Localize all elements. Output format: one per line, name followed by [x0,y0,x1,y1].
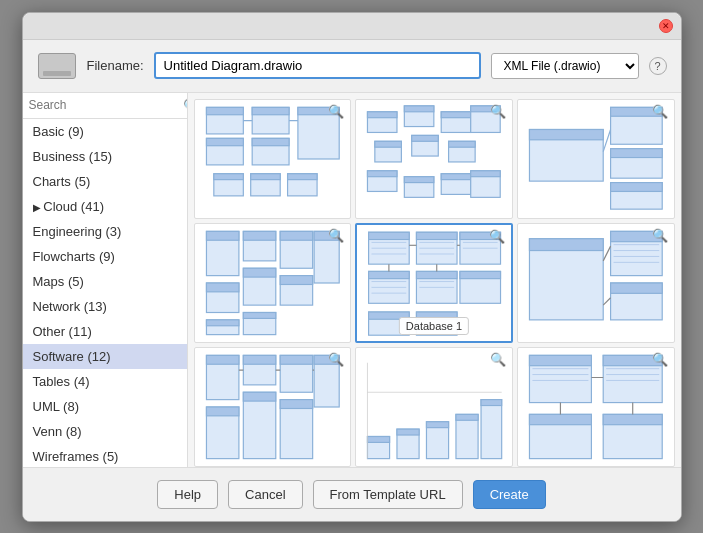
svg-rect-138 [481,399,502,405]
svg-rect-17 [287,173,317,179]
svg-rect-117 [280,355,312,364]
svg-rect-93 [460,271,501,278]
svg-line-48 [603,129,610,151]
template-cell-6[interactable]: 🔍 [517,223,675,343]
svg-rect-23 [441,111,471,117]
svg-rect-3 [206,138,243,145]
template-diagram-8 [356,348,512,466]
template-diagram-3 [518,100,674,218]
category-item-other[interactable]: Other (11) [23,319,187,344]
zoom-icon-1: 🔍 [328,104,344,119]
zoom-icon-3: 🔍 [652,104,668,119]
svg-rect-52 [243,231,275,240]
category-item-business[interactable]: Business (15) [23,144,187,169]
template-cell-9[interactable]: 🔍 [517,347,675,467]
filetype-select[interactable]: XML File (.drawio) SVG File (.svg) PNG F… [491,53,639,79]
category-item-venn[interactable]: Venn (8) [23,419,187,444]
svg-rect-137 [481,399,502,458]
svg-rect-31 [449,141,476,147]
svg-rect-60 [243,268,275,277]
svg-rect-19 [368,111,398,117]
svg-rect-39 [471,170,501,176]
content-area: 🔍 Basic (9) Business (15) Charts (5) Clo… [23,93,681,467]
svg-rect-135 [456,414,478,458]
disk-icon [37,50,77,82]
svg-rect-15 [250,173,280,179]
footer: Help Cancel From Template URL Create [23,467,681,521]
filename-input[interactable] [154,52,481,79]
svg-rect-132 [397,429,419,435]
help-icon[interactable]: ? [649,57,667,75]
cancel-button[interactable]: Cancel [228,480,302,509]
from-template-button[interactable]: From Template URL [313,480,463,509]
zoom-icon-6: 🔍 [652,228,668,243]
svg-rect-66 [243,312,275,318]
close-button[interactable]: ✕ [659,19,673,33]
svg-rect-73 [417,232,458,239]
template-cell-2[interactable]: 🔍 [355,99,513,219]
template-diagram-1 [195,100,351,218]
svg-rect-50 [206,231,238,240]
svg-rect-153 [529,414,591,424]
template-diagram-7 [195,348,351,466]
category-item-wireframes[interactable]: Wireframes (5) [23,444,187,467]
create-button[interactable]: Create [473,480,546,509]
category-list: Basic (9) Business (15) Charts (5) Cloud… [23,119,187,467]
template-cell-4[interactable]: 🔍 [194,223,352,343]
zoom-icon-4: 🔍 [328,228,344,243]
svg-line-111 [603,297,610,304]
svg-rect-134 [427,421,449,427]
svg-rect-84 [369,271,410,278]
svg-rect-1 [206,107,243,114]
svg-rect-37 [441,173,471,179]
svg-rect-126 [243,392,275,401]
search-input[interactable] [29,98,179,112]
header-row: Filename: XML File (.drawio) SVG File (.… [23,40,681,93]
template-cell-7[interactable]: 🔍 [194,347,352,467]
zoom-icon-5: 🔍 [489,229,505,244]
svg-rect-21 [404,105,434,111]
svg-rect-62 [280,275,312,284]
template-diagram-2 [356,100,512,218]
svg-rect-136 [456,414,478,420]
template-diagram-4 [195,224,351,342]
help-button[interactable]: Help [157,480,218,509]
zoom-icon-8: 🔍 [490,352,506,367]
svg-rect-124 [206,407,238,416]
svg-rect-35 [404,176,434,182]
svg-rect-128 [280,399,312,408]
category-item-cloud[interactable]: Cloud (41) [23,194,187,219]
category-item-software[interactable]: Software (12) [23,344,187,369]
template-cell-1[interactable]: 🔍 [194,99,352,219]
template-cell-5[interactable]: Database 1 🔍 [355,223,513,343]
svg-rect-5 [252,107,289,114]
svg-rect-68 [369,232,410,239]
category-item-uml[interactable]: UML (8) [23,394,187,419]
zoom-icon-2: 🔍 [490,104,506,119]
category-item-charts[interactable]: Charts (5) [23,169,187,194]
svg-rect-64 [206,319,238,325]
svg-rect-155 [603,414,662,424]
svg-rect-33 [368,170,398,176]
category-item-basic[interactable]: Basic (9) [23,119,187,144]
svg-rect-47 [529,129,603,139]
new-diagram-dialog: ✕ Filename: XML File (.drawio) SVG File … [22,12,682,522]
template-cell-3[interactable]: 🔍 [517,99,675,219]
category-item-network[interactable]: Network (13) [23,294,187,319]
category-item-flowcharts[interactable]: Flowcharts (9) [23,244,187,269]
svg-rect-27 [375,141,402,147]
template-cell-8[interactable]: 🔍 [355,347,513,467]
svg-line-110 [603,246,610,261]
category-item-tables[interactable]: Tables (4) [23,369,187,394]
zoom-icon-9: 🔍 [652,352,668,367]
svg-rect-13 [213,173,243,179]
search-box: 🔍 [23,93,187,119]
svg-rect-113 [206,355,238,364]
category-item-maps[interactable]: Maps (5) [23,269,187,294]
svg-rect-89 [417,271,458,278]
svg-rect-54 [280,231,312,240]
svg-rect-43 [610,148,662,157]
template-diagram-6 [518,224,674,342]
svg-rect-29 [412,135,439,141]
category-item-engineering[interactable]: Engineering (3) [23,219,187,244]
